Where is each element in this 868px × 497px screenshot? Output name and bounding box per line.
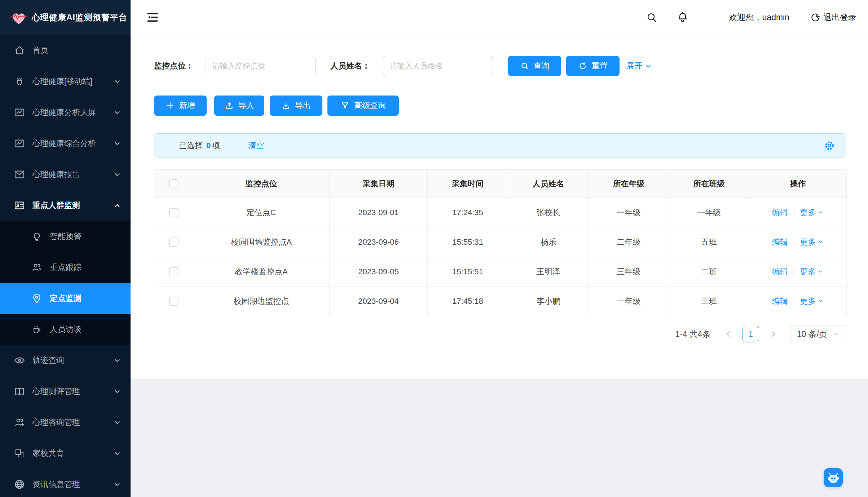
sidebar-item-home[interactable]: 首页 <box>0 35 131 66</box>
sidebar-item-label: 心理测评管理 <box>32 386 80 397</box>
gear-icon[interactable] <box>824 140 835 151</box>
chevron-down-icon <box>113 449 122 458</box>
more-link[interactable]: 更多 <box>800 238 816 247</box>
person-name-label: 人员姓名： <box>330 56 370 76</box>
col-header-time: 采集时间 <box>428 170 508 198</box>
row-checkbox[interactable] <box>169 238 179 247</box>
sidebar-item-mobile[interactable]: 心理健康[移动端] <box>0 66 131 97</box>
sidebar-item-label: 轨迹查询 <box>32 355 64 366</box>
chevron-down-icon <box>113 387 122 396</box>
edit-link[interactable]: 编辑 <box>772 267 788 276</box>
cell-name: 杨乐 <box>508 227 589 257</box>
chevron-down-icon <box>817 297 824 306</box>
menu-fold-icon[interactable] <box>146 11 159 24</box>
reset-button[interactable]: 重置 <box>566 56 620 76</box>
sidebar-item-home-school[interactable]: 家校共育 <box>0 438 131 469</box>
sidebar-item-info-mgmt[interactable]: 资讯信息管理 <box>0 469 131 497</box>
sidebar-item-trajectory-query[interactable]: 轨迹查询 <box>0 345 131 376</box>
chart-icon <box>14 138 25 149</box>
logout-label: 退出登录 <box>823 12 856 23</box>
chatbot-button[interactable] <box>824 468 843 487</box>
person-name-input[interactable] <box>383 56 493 76</box>
more-link[interactable]: 更多 <box>800 297 816 306</box>
row-checkbox[interactable] <box>169 297 179 306</box>
cell-class: 五班 <box>669 227 749 257</box>
col-header-name: 人员姓名 <box>508 170 589 198</box>
sidebar-item-smart-warning[interactable]: 智能预警 <box>0 221 131 252</box>
expand-label: 展开 <box>626 61 642 71</box>
page-number-button[interactable]: 1 <box>743 326 759 342</box>
sidebar-item-counseling-mgmt[interactable]: 心理咨询管理 <box>0 407 131 438</box>
sidebar-item-label: 智能预警 <box>50 231 81 242</box>
edit-link[interactable]: 编辑 <box>772 238 788 247</box>
table-row: 校园湖边监控点 2023-09-04 17:45:18 李小鹏 一年级 三班 编… <box>154 287 847 316</box>
export-button[interactable]: 导出 <box>270 96 322 116</box>
import-button-label: 导入 <box>238 100 254 111</box>
sidebar-item-assessment-mgmt[interactable]: 心理测评管理 <box>0 376 131 407</box>
select-all-checkbox[interactable] <box>169 179 179 188</box>
col-header-op: 操作 <box>749 170 847 198</box>
app-title: 心理健康AI监测预警平台 <box>32 12 127 23</box>
more-link[interactable]: 更多 <box>800 208 816 217</box>
book-icon <box>14 386 25 397</box>
divider: | <box>793 238 795 247</box>
sidebar-item-key-group-monitor[interactable]: 重点人群监测 <box>0 190 131 221</box>
cell-grade: 一年级 <box>589 198 669 227</box>
logout-icon <box>810 12 820 22</box>
cell-grade: 二年级 <box>589 227 669 257</box>
user-plus-icon <box>14 417 25 428</box>
sidebar-item-comprehensive-analysis[interactable]: 心理健康综合分析 <box>0 128 131 159</box>
page-size-select[interactable]: 10 条/页 <box>790 325 846 343</box>
edit-link[interactable]: 编辑 <box>772 297 788 306</box>
chevron-up-icon <box>113 201 122 210</box>
cell-time: 15:55:31 <box>428 227 508 257</box>
row-checkbox[interactable] <box>169 208 179 217</box>
sidebar-item-label: 心理健康分析大屏 <box>32 107 96 118</box>
chevron-down-icon <box>817 208 824 218</box>
advanced-search-button-label: 高级查询 <box>354 100 386 111</box>
next-page-icon[interactable] <box>768 329 778 339</box>
edit-link[interactable]: 编辑 <box>772 208 788 217</box>
more-link[interactable]: 更多 <box>800 267 816 276</box>
android-icon <box>14 76 25 87</box>
table-header-row: 监控点位 采集日期 采集时间 人员姓名 所在年级 所在班级 操作 <box>154 170 847 198</box>
cell-date: 2023-09-01 <box>330 198 428 227</box>
sidebar-item-label: 心理咨询管理 <box>32 417 80 428</box>
main-content: 监控点位： 人员姓名： 查询 重置 展开 新增 导入 导出 高级查询 已选择 0… <box>131 35 868 497</box>
top-header: 欢迎您，uadmin 退出登录 <box>131 0 868 35</box>
col-header-point: 监控点位 <box>193 170 330 198</box>
row-checkbox[interactable] <box>169 267 179 276</box>
clear-selection-link[interactable]: 清空 <box>248 140 264 151</box>
cell-date: 2023-09-05 <box>330 257 428 287</box>
sidebar-item-key-tracking[interactable]: 重点跟踪 <box>0 252 131 283</box>
expand-link[interactable]: 展开 <box>626 56 652 76</box>
advanced-search-button[interactable]: 高级查询 <box>327 96 399 116</box>
divider: | <box>793 297 795 306</box>
sidebar-item-label: 人员访谈 <box>50 324 81 335</box>
table-row: 教学楼监控点A 2023-09-05 15:15:51 王明泽 三年级 二班 编… <box>154 257 847 287</box>
add-button[interactable]: 新增 <box>154 96 207 116</box>
search-button-label: 查询 <box>534 61 550 71</box>
search-icon[interactable] <box>646 11 658 23</box>
logout-button[interactable]: 退出登录 <box>810 12 856 23</box>
heart-pulse-logo-icon <box>9 10 28 26</box>
prev-page-icon[interactable] <box>724 329 733 339</box>
sidebar-item-fixed-point-monitor[interactable]: 定点监测 <box>0 283 131 314</box>
search-button[interactable]: 查询 <box>508 56 561 76</box>
sidebar-item-analysis-screen[interactable]: 心理健康分析大屏 <box>0 97 131 128</box>
sidebar-item-report[interactable]: 心理健康报告 <box>0 159 131 190</box>
cell-name: 李小鹏 <box>508 287 589 316</box>
monitor-point-input[interactable] <box>206 56 316 76</box>
cell-point: 定位点C <box>193 198 330 227</box>
import-button[interactable]: 导入 <box>214 96 264 116</box>
chevron-down-icon <box>113 108 122 117</box>
chevron-down-icon <box>817 238 824 247</box>
bell-icon[interactable] <box>677 11 689 23</box>
header-checkbox-cell <box>154 170 193 198</box>
cell-time: 17:45:18 <box>428 287 508 316</box>
cell-class: 一年级 <box>669 198 749 227</box>
sidebar-item-personnel-interview[interactable]: 人员访谈 <box>0 314 131 345</box>
app-logo: 心理健康AI监测预警平台 <box>0 0 131 35</box>
selection-bar: 已选择 0 项 清空 <box>154 133 846 157</box>
table-row: 校园围墙监控点A 2023-09-06 15:55:31 杨乐 二年级 五班 编… <box>154 227 847 257</box>
